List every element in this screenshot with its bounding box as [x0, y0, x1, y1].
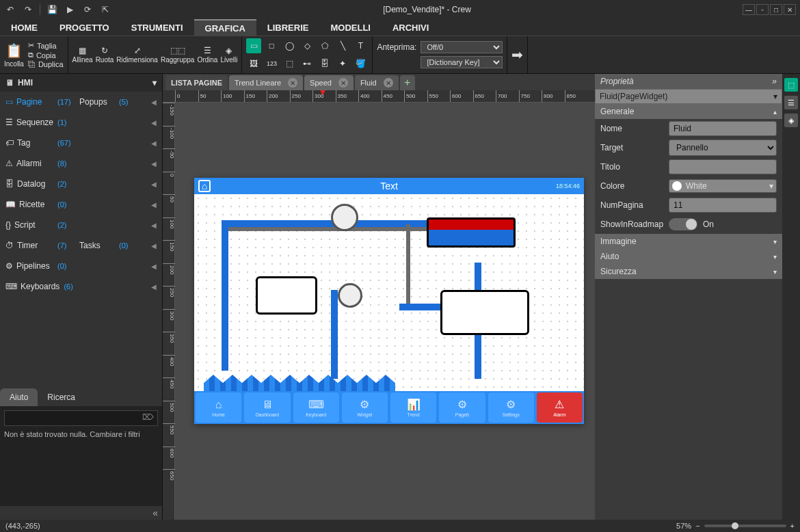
- pump-2[interactable]: [440, 290, 529, 335]
- sidebar-item[interactable]: 🗄Datalog(2)◀: [0, 174, 162, 194]
- prop-target-select[interactable]: Pannello: [669, 139, 777, 156]
- page-nav-button[interactable]: ⚙Widget: [342, 393, 388, 423]
- doc-tab[interactable]: Trend Lineare✕: [229, 75, 303, 90]
- cut-button[interactable]: ✂ Taglia: [28, 41, 64, 50]
- redo-icon[interactable]: ↷: [22, 3, 34, 16]
- minimize-button[interactable]: —: [743, 4, 755, 15]
- doc-tab[interactable]: LISTA PAGINE: [165, 75, 228, 90]
- rtool-list-icon[interactable]: ☰: [784, 96, 798, 109]
- duplicate-button[interactable]: ⿻ Duplica: [28, 60, 64, 68]
- sidebar-item[interactable]: ☰Sequenze(1)◀: [0, 112, 162, 133]
- zoom-slider[interactable]: [704, 524, 786, 527]
- properties-expand-icon[interactable]: »: [772, 77, 777, 86]
- run-icon[interactable]: ▶: [64, 3, 76, 16]
- rect-tool-icon[interactable]: □: [264, 38, 279, 53]
- rtool-3d-icon[interactable]: ⬚: [784, 78, 798, 92]
- page-home-icon[interactable]: ⌂: [198, 180, 211, 192]
- section-immagine[interactable]: Immagine▾: [595, 234, 782, 249]
- image-tool-icon[interactable]: 🖼: [246, 56, 261, 71]
- paint-tool-icon[interactable]: 🪣: [353, 56, 368, 71]
- save-icon[interactable]: 💾: [46, 3, 58, 16]
- section-generale[interactable]: Generale▴: [595, 104, 782, 119]
- tab-close-icon[interactable]: ✕: [384, 78, 393, 88]
- sidebar-item[interactable]: {}Script(2)◀: [0, 215, 162, 235]
- add-tab-button[interactable]: +: [400, 75, 415, 90]
- sidebar-item[interactable]: 🏷Tag(67)◀: [0, 133, 162, 153]
- help-search-input[interactable]: [4, 410, 158, 426]
- rtool-layers-icon[interactable]: ◈: [784, 114, 798, 127]
- panel-collapse-button[interactable]: «: [0, 506, 162, 520]
- slider-tool-icon[interactable]: ⊷: [299, 56, 315, 71]
- line-tool-icon[interactable]: ╲: [335, 38, 350, 53]
- align-tool[interactable]: ▦Allinea: [72, 46, 93, 64]
- design-canvas[interactable]: ⌂ Text 18:54:46: [175, 103, 595, 520]
- page-nav-button[interactable]: 🖥Dashboard: [244, 393, 290, 423]
- number-tool-icon[interactable]: 123: [264, 56, 279, 71]
- page-nav-button[interactable]: ⚙Page6: [439, 393, 485, 423]
- undo-icon[interactable]: ↶: [4, 3, 16, 16]
- rotate-tool[interactable]: ↻Ruota: [96, 46, 114, 64]
- dictionary-select[interactable]: [Dictionary Key]: [421, 56, 503, 68]
- zoom-out-button[interactable]: −: [695, 522, 699, 530]
- doc-tab[interactable]: Speed✕: [304, 75, 354, 90]
- copy-button[interactable]: ⧉ Copia: [28, 51, 64, 59]
- search-clear-icon[interactable]: ⌦: [142, 412, 154, 422]
- sidebar-item[interactable]: ⚠Allarmi(8)◀: [0, 153, 162, 174]
- export-icon[interactable]: ⇱: [99, 3, 111, 16]
- frame-tool-icon[interactable]: ⬚: [282, 56, 297, 71]
- menu-librerie[interactable]: LIBRERIE: [256, 19, 320, 36]
- restore-button[interactable]: ▫: [756, 4, 769, 15]
- tab-close-icon[interactable]: ✕: [338, 78, 348, 88]
- panel-collapse-icon[interactable]: ▾: [152, 78, 157, 88]
- anteprima-select[interactable]: Off/0: [421, 41, 503, 53]
- menu-progetto[interactable]: PROGETTO: [49, 19, 120, 36]
- menu-grafica[interactable]: GRAFICA: [194, 19, 256, 36]
- polygon-tool-icon[interactable]: ⬠: [317, 38, 332, 53]
- zoom-in-button[interactable]: +: [790, 522, 795, 530]
- menu-home[interactable]: HOME: [0, 19, 49, 36]
- prop-colore-select[interactable]: White▾: [669, 179, 777, 193]
- page-widget[interactable]: ⌂ Text 18:54:46: [194, 178, 584, 424]
- pump-1[interactable]: [256, 276, 317, 315]
- star-tool-icon[interactable]: ✦: [335, 56, 350, 71]
- prop-numpagina-input[interactable]: [669, 198, 777, 213]
- pointer-tool-icon[interactable]: ▭: [246, 38, 261, 53]
- sidebar-item[interactable]: ⚙Pipelines(0)◀: [0, 256, 162, 276]
- page-nav-button[interactable]: ⌨Keyboard: [293, 393, 339, 423]
- sidebar-item[interactable]: ⏱Timer(7)Tasks(0)◀: [0, 235, 162, 256]
- page-nav-button[interactable]: ⚙Settings: [488, 393, 534, 423]
- doc-tab[interactable]: Fluid✕: [355, 75, 399, 90]
- menu-modelli[interactable]: MODELLI: [319, 19, 382, 36]
- menu-archivi[interactable]: ARCHIVI: [382, 19, 440, 36]
- diamond-tool-icon[interactable]: ◇: [299, 38, 315, 53]
- prop-roadmap-toggle[interactable]: [669, 218, 697, 230]
- paste-button[interactable]: 📋 Incolla: [4, 42, 24, 68]
- tab-aiuto[interactable]: Aiuto: [0, 388, 38, 406]
- gauge-1[interactable]: [331, 204, 358, 231]
- tank-widget[interactable]: [427, 217, 516, 248]
- section-sicurezza[interactable]: Sicurezza▾: [595, 264, 782, 279]
- gauge-2[interactable]: [338, 283, 362, 308]
- sidebar-item[interactable]: 📖Ricette(0)◀: [0, 194, 162, 215]
- close-button[interactable]: ✕: [784, 4, 796, 15]
- ellipse-tool-icon[interactable]: ◯: [282, 38, 297, 53]
- water-widget[interactable]: [204, 375, 395, 391]
- prop-nome-input[interactable]: [669, 121, 777, 136]
- db-tool-icon[interactable]: 🗄: [317, 56, 332, 71]
- sidebar-item[interactable]: ⌨Keyboards(6)◀: [0, 276, 162, 297]
- resize-tool[interactable]: ⤢Ridimensiona: [116, 46, 158, 64]
- text-tool-icon[interactable]: T: [353, 38, 368, 53]
- selection-dropdown[interactable]: Fluid(PageWidget)▾: [595, 89, 782, 104]
- tab-close-icon[interactable]: ✕: [288, 78, 297, 88]
- goto-icon[interactable]: ➡: [511, 46, 523, 63]
- prop-titolo-input[interactable]: [669, 159, 777, 174]
- section-aiuto[interactable]: Aiuto▾: [595, 249, 782, 264]
- group-tool[interactable]: ⬚⬚Raggruppa: [161, 46, 194, 64]
- page-nav-button[interactable]: ⌂Home: [196, 393, 241, 423]
- page-nav-button[interactable]: 📊Trend: [390, 393, 436, 423]
- maximize-button[interactable]: □: [770, 4, 782, 15]
- sidebar-item[interactable]: ▭Pagine(17)Popups(5)◀: [0, 92, 162, 112]
- page-nav-button[interactable]: ⚠Alarm: [537, 393, 583, 423]
- deploy-icon[interactable]: ⟳: [81, 3, 94, 16]
- order-tool[interactable]: ☰Ordina: [197, 46, 217, 64]
